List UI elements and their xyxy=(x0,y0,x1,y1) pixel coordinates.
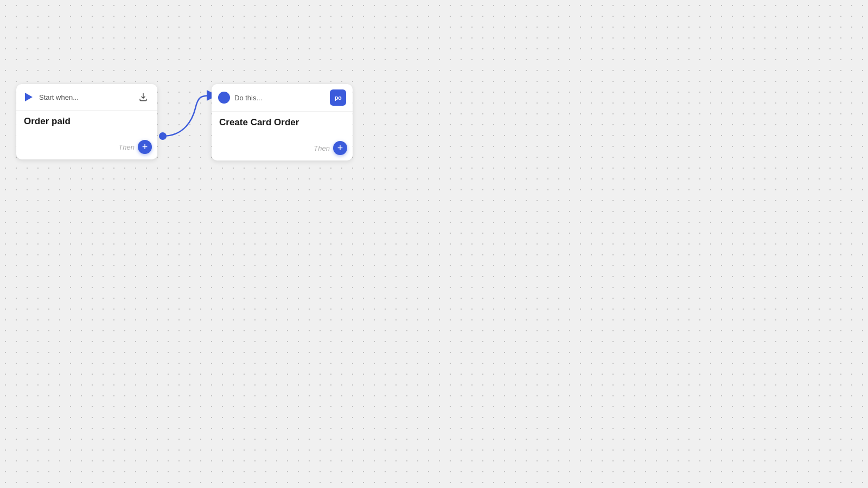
play-icon xyxy=(23,91,35,103)
svg-point-0 xyxy=(159,132,167,140)
action-card-footer: Then + xyxy=(212,137,353,160)
action-card: Do this... po Create Card Order Then + xyxy=(212,84,353,160)
trigger-card-footer: Then + xyxy=(16,136,157,159)
trigger-card-body: Order paid xyxy=(16,111,157,136)
action-card-header: Do this... po xyxy=(212,84,353,112)
action-avatar-badge: po xyxy=(330,89,346,106)
trigger-card-title: Order paid xyxy=(24,116,150,127)
action-trigger-icon xyxy=(218,92,230,104)
action-then-label: Then xyxy=(314,144,330,152)
trigger-then-label: Then xyxy=(118,143,135,151)
download-button[interactable] xyxy=(136,89,151,105)
trigger-add-button[interactable]: + xyxy=(138,140,152,154)
action-add-button[interactable]: + xyxy=(333,141,347,155)
trigger-header-label: Start when... xyxy=(39,93,131,101)
trigger-card-header: Start when... xyxy=(16,84,157,111)
action-header-label: Do this... xyxy=(234,94,326,102)
action-card-title: Create Card Order xyxy=(219,117,345,128)
trigger-card: Start when... Order paid Then + xyxy=(16,84,157,159)
action-card-body: Create Card Order xyxy=(212,112,353,137)
